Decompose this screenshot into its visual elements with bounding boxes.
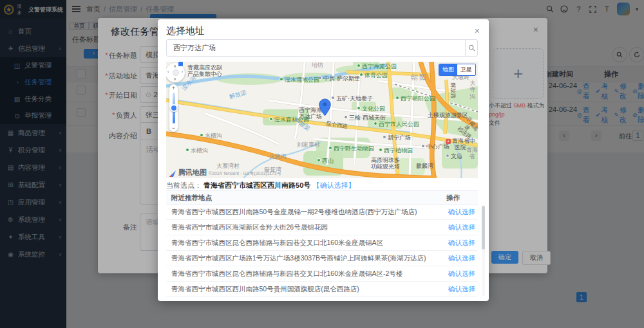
- search-value: 西宁万达广场: [173, 40, 216, 56]
- confirm-select-link[interactable]: 确认选择: [448, 220, 475, 235]
- address-text: 青海省西宁市城西区西川南路50号金座晟锦一期2号楼维也纳酒店(西宁万达广场店): [171, 205, 417, 219]
- nearby-address-list: 青海省西宁市城西区西川南路50号金座晟锦一期2号楼维也纳酒店(西宁万达广场店) …: [166, 205, 478, 297]
- confirm-selection-link[interactable]: 【确认选择】: [312, 181, 355, 189]
- address-text: 青海省西宁市城西区昆仑西路辅路与新园巷交叉口北160米金座晟锦A区: [171, 235, 383, 250]
- confirm-select-link[interactable]: 确认选择: [448, 266, 475, 281]
- pan-left-icon[interactable]: ‹: [167, 69, 169, 74]
- map-canvas: [166, 62, 478, 178]
- address-row: 青海省西宁市城西区广场路1号万达广场3楼3037B号商铺沪上阿姨鲜果茶(海湖万达…: [166, 251, 478, 266]
- confirm-select-link[interactable]: 确认选择: [448, 282, 475, 296]
- tencent-map-logo: [169, 170, 176, 178]
- address-row: 青海省西宁市城西区西川南路50号贵州国酒旗舰店(昆仑西路店) 确认选择: [166, 282, 478, 297]
- col-action: 操作: [446, 194, 460, 203]
- map-copyright: ©2024 Tencent - GS粤(2023)1171号: [209, 170, 281, 177]
- nearby-list-header: 附近推荐地点 操作: [166, 190, 478, 205]
- location-pin-icon: [319, 98, 331, 116]
- address-text: 青海省西宁市城西区昆仑西路辅路与新园巷交叉口北160米金座晟锦A区-2号楼: [171, 266, 402, 281]
- close-icon[interactable]: ×: [475, 26, 480, 36]
- confirm-select-link[interactable]: 确认选择: [448, 205, 475, 219]
- zoom-thumb[interactable]: [170, 104, 178, 112]
- zoom-in-button[interactable]: +: [169, 84, 178, 92]
- address-text: 青海省西宁市城西区海湖新区金羚大街26号晟锦花园: [171, 220, 328, 235]
- map-logo-text: 腾讯地图: [178, 168, 207, 178]
- transit-station-icon: [178, 62, 184, 67]
- current-selection-address: 青海省西宁市城西区西川南路50号: [204, 181, 310, 189]
- current-selection-label: 当前选点：: [166, 181, 202, 189]
- address-row: 青海省西宁市城西区昆仑西路辅路与新园巷交叉口北160米金座晟锦A区 确认选择: [166, 235, 478, 251]
- confirm-select-link[interactable]: 确认选择: [448, 251, 475, 266]
- search-icon: [468, 44, 475, 51]
- map-attribution: 腾讯地图 ©2024 Tencent - GS粤(2023)1171号: [169, 168, 281, 178]
- select-address-dialog: 选择地址 × 西宁万达广场: [158, 19, 489, 301]
- map-zoom-slider[interactable]: + −: [169, 84, 178, 132]
- confirm-select-link[interactable]: 确认选择: [448, 235, 475, 250]
- address-row: 青海省西宁市城西区海湖新区金羚大街26号晟锦花园 确认选择: [166, 220, 478, 235]
- zoom-out-button[interactable]: −: [169, 124, 178, 132]
- tencent-map[interactable]: 青藏高原农副 产品集散中心坮坊西宁海棠公园体育公园中房·萨尔斯堡朝阳大墩岭大寺沟…: [166, 62, 478, 178]
- map-type-satellite-button[interactable]: 卫星: [457, 64, 475, 75]
- map-type-toggle: 地图 卫星: [439, 64, 476, 76]
- map-type-map-button[interactable]: 地图: [439, 64, 457, 75]
- list-scrollbar-thumb[interactable]: [482, 206, 485, 250]
- pan-down-icon[interactable]: ∨: [173, 77, 176, 82]
- address-text: 青海省西宁市城西区西川南路50号贵州国酒旗舰店(昆仑西路店): [171, 282, 359, 296]
- address-row: 青海省西宁市城西区昆仑西路辅路与新园巷交叉口北160米金座晟锦A区-2号楼 确认…: [166, 266, 478, 282]
- col-place: 附近推荐地点: [171, 194, 212, 203]
- address-row: 青海省西宁市城西区西川南路50号金座晟锦一期2号楼维也纳酒店(西宁万达广场店) …: [166, 205, 478, 220]
- address-search-input[interactable]: 西宁万达广场: [166, 39, 478, 57]
- current-selection: 当前选点： 青海省西宁市城西区西川南路50号 【确认选择】: [166, 181, 355, 190]
- search-button[interactable]: [465, 40, 477, 56]
- pan-right-icon[interactable]: ›: [182, 69, 183, 74]
- address-text: 青海省西宁市城西区广场路1号万达广场3楼3037B号商铺沪上阿姨鲜果茶(海湖万达…: [171, 251, 426, 266]
- dialog-title: 选择地址: [166, 25, 205, 37]
- pan-center: [173, 69, 179, 76]
- pan-up-icon[interactable]: ∧: [173, 64, 176, 69]
